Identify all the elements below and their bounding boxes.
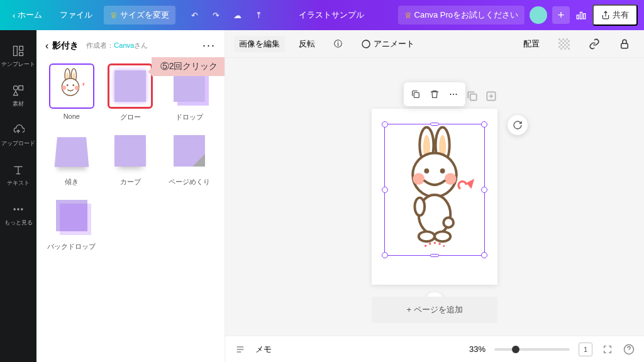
edit-image-button[interactable]: 画像を編集 — [234, 36, 285, 52]
file-button[interactable]: ファイル — [53, 6, 99, 25]
try-pro-label: Canva Proをお試しください — [414, 9, 518, 21]
svg-rect-26 — [470, 94, 477, 101]
back-button[interactable]: ‹ — [45, 40, 48, 52]
resize-handle[interactable] — [382, 252, 388, 258]
resize-handle[interactable] — [481, 187, 487, 193]
rail-label: もっと見る — [4, 219, 33, 227]
rail-templates[interactable]: テンプレート — [0, 38, 36, 75]
info-icon[interactable]: ⓘ — [329, 36, 347, 52]
trash-icon[interactable] — [425, 85, 444, 104]
shadow-option-curve[interactable]: カーブ — [104, 128, 157, 187]
canvas-area: 画像を編集 反転 ⓘ アニメート 配置 — [225, 30, 644, 362]
add-member-button[interactable]: + — [552, 6, 570, 24]
shadow-option-tilt[interactable]: 傾き — [45, 128, 98, 187]
svg-point-8 — [14, 208, 16, 210]
zoom-thumb[interactable] — [512, 346, 519, 353]
redo-icon[interactable]: ↷ — [209, 9, 222, 21]
duplicate-page-icon[interactable] — [466, 90, 479, 102]
position-button[interactable]: 配置 — [518, 36, 545, 52]
cloud-upload-icon[interactable]: ⤒ — [252, 9, 265, 21]
home-button[interactable]: ‹ ホーム — [6, 6, 48, 25]
share-button[interactable]: 共有 — [592, 4, 638, 26]
header-history-icons: ↶ ↷ ☁ ⤒ — [188, 9, 265, 21]
option-label: バックドロップ — [47, 242, 96, 251]
rail-elements[interactable]: 素材 — [0, 77, 36, 114]
crown-icon: ♕ — [110, 11, 118, 20]
svg-rect-7 — [19, 86, 23, 90]
try-pro-button[interactable]: ♕ Canva Proをお試しください — [398, 6, 525, 25]
resize-handle[interactable] — [481, 121, 487, 128]
option-label: グロー — [120, 112, 141, 122]
resize-handle[interactable] — [430, 254, 439, 257]
rail-uploads[interactable]: アップロード — [0, 117, 36, 154]
undo-icon[interactable]: ↶ — [188, 9, 201, 21]
resize-button[interactable]: ♕ サイズを変更 — [104, 6, 175, 25]
zoom-slider[interactable] — [494, 348, 570, 351]
resize-handle[interactable] — [382, 121, 388, 128]
avatar[interactable] — [530, 6, 547, 24]
header: ‹ ホーム ファイル ♕ サイズを変更 ↶ ↷ ☁ ⤒ イラストサンプル ♕ C… — [0, 0, 644, 30]
svg-point-16 — [62, 85, 66, 90]
tutorial-annotation: ⑤2回クリック — [152, 57, 225, 76]
add-page-button[interactable]: + ページを追加 — [372, 297, 497, 323]
shadow-option-backdrop[interactable]: バックドロップ — [45, 193, 98, 251]
rail-label: アップロード — [1, 140, 35, 148]
svg-point-6 — [14, 86, 18, 90]
resize-handle[interactable] — [481, 252, 487, 258]
canvas-viewport[interactable]: ··· — [225, 58, 644, 336]
shadow-panel: ‹ 影付き 作成者：Canvaさん ··· None ⑤2回クリック グロー ド… — [36, 30, 225, 362]
more-options-button[interactable]: ··· — [203, 39, 216, 52]
svg-point-18 — [67, 84, 69, 86]
help-icon[interactable] — [623, 343, 635, 356]
svg-rect-1 — [580, 13, 582, 19]
link-icon[interactable] — [584, 36, 605, 52]
option-label: 傾き — [65, 177, 79, 187]
svg-point-17 — [75, 85, 79, 90]
chevron-left-icon: ‹ — [13, 11, 15, 20]
elements-icon — [11, 84, 25, 97]
add-page-icon[interactable] — [485, 90, 497, 102]
fullscreen-icon[interactable] — [601, 343, 614, 356]
selection-box[interactable] — [384, 124, 485, 256]
more-icon[interactable]: ··· — [444, 85, 463, 104]
text-icon — [11, 163, 25, 177]
page-number[interactable]: 1 — [579, 343, 592, 356]
rotate-handle[interactable] — [508, 115, 528, 135]
rail-text[interactable]: テキスト — [0, 156, 36, 194]
svg-point-34 — [413, 173, 425, 185]
notes-button[interactable]: メモ — [255, 344, 272, 355]
copy-icon[interactable] — [406, 85, 425, 104]
rail-label: 素材 — [13, 100, 24, 108]
svg-rect-24 — [621, 43, 628, 48]
design-title[interactable]: イラストサンプル — [270, 9, 392, 21]
svg-point-41 — [435, 231, 450, 241]
resize-handle[interactable] — [382, 187, 388, 193]
svg-rect-5 — [19, 53, 23, 56]
author-link[interactable]: Canva — [114, 41, 134, 49]
share-label: 共有 — [613, 9, 629, 21]
option-label: ドロップ — [175, 112, 203, 122]
chart-icon[interactable] — [575, 9, 587, 21]
resize-handle[interactable] — [430, 123, 439, 126]
svg-point-37 — [440, 168, 445, 173]
shadow-option-none[interactable]: None — [45, 63, 98, 122]
flip-button[interactable]: 反転 — [294, 36, 320, 52]
rail-more[interactable]: もっと見る — [0, 196, 36, 233]
resize-label: サイズを変更 — [120, 9, 169, 21]
animate-button[interactable]: アニメート — [356, 36, 419, 52]
more-icon — [11, 202, 25, 216]
canvas-page[interactable]: ··· — [372, 109, 497, 285]
svg-point-10 — [21, 208, 23, 210]
rabbit-image[interactable] — [385, 124, 484, 255]
svg-point-9 — [17, 208, 19, 210]
svg-point-36 — [424, 168, 429, 173]
lock-icon[interactable] — [614, 36, 635, 52]
share-icon — [601, 11, 610, 19]
zoom-value[interactable]: 33% — [469, 344, 486, 354]
shadow-option-glow[interactable]: ⑤2回クリック グロー — [104, 63, 157, 122]
svg-point-40 — [419, 231, 435, 241]
transparency-icon[interactable] — [553, 36, 575, 52]
notes-icon[interactable] — [234, 343, 247, 356]
shadow-option-pageflip[interactable]: ページめくり — [163, 128, 216, 187]
svg-rect-28 — [414, 92, 419, 97]
